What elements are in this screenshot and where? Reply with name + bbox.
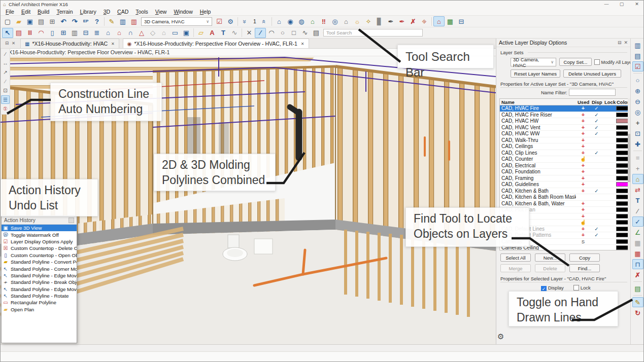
rotate-view-icon[interactable]: ↻ bbox=[632, 308, 643, 318]
color-swatch[interactable] bbox=[616, 189, 629, 193]
layer-row[interactable]: CAD, Electrical+ bbox=[500, 163, 629, 169]
action-history-window[interactable]: Action History ▣Save 3D ViewⓌToggle Wate… bbox=[1, 215, 77, 343]
layer-row[interactable]: CAD, Framing+ bbox=[500, 175, 629, 182]
arc-icon[interactable]: ◠ bbox=[266, 28, 277, 38]
display-check-icon[interactable]: ✓ bbox=[590, 150, 603, 156]
print-preview-icon[interactable]: ⊞ bbox=[47, 16, 58, 26]
close-button[interactable]: ✕ bbox=[629, 1, 644, 8]
action-history-item[interactable]: ▣Save 3D View bbox=[2, 225, 77, 231]
action-history-item[interactable]: ↖Standard Polyline - Corner Move bbox=[2, 265, 77, 272]
color-swatch[interactable] bbox=[616, 119, 629, 123]
layer-row[interactable]: CAD, HVAC HW+✓ bbox=[500, 118, 629, 125]
construction-autonumber-toggle-icon[interactable]: ✓ bbox=[632, 216, 643, 227]
zoom-in-icon[interactable]: ⊕ bbox=[632, 86, 643, 96]
dock-pane-icon[interactable]: ⊟ bbox=[4, 41, 10, 48]
copy-layer-button[interactable]: Copy bbox=[569, 254, 600, 262]
fill-window-icon[interactable]: + bbox=[632, 118, 643, 128]
house-materials-icon[interactable]: ⌂ bbox=[307, 16, 318, 26]
layer-display-options-icon[interactable]: ☑ bbox=[632, 61, 643, 71]
color-swatch[interactable] bbox=[616, 151, 629, 155]
light-icon[interactable]: ☼ bbox=[352, 16, 363, 26]
reference-display-icon[interactable]: ▥ bbox=[117, 16, 128, 26]
layer-row[interactable]: CAD, Counter☝ bbox=[500, 156, 629, 163]
layer-painter-icon[interactable]: ≡ bbox=[632, 153, 643, 163]
menu-tools[interactable]: Tools bbox=[132, 9, 152, 15]
action-history-item[interactable]: ☒Custom Countertop - Delete Object bbox=[2, 245, 77, 251]
layer-display-toggle-icon[interactable]: ⌂ bbox=[433, 16, 445, 26]
cad-line-icon[interactable]: ∕ bbox=[1, 50, 10, 58]
menu-file[interactable]: File bbox=[2, 9, 18, 15]
tab-close-icon[interactable]: ✕ bbox=[301, 42, 304, 46]
action-history-menu-button[interactable] bbox=[69, 218, 74, 223]
maximize-button[interactable]: ▢ bbox=[614, 1, 629, 8]
delete-unused-layers-button[interactable]: Delete Unused Layers bbox=[563, 69, 621, 78]
tab-inactive[interactable]: ▦*X16-House-Productivity: HVAC✕ bbox=[20, 39, 119, 48]
display-check-icon[interactable]: ✓ bbox=[590, 232, 603, 238]
soffit-icon[interactable]: ▭ bbox=[170, 28, 181, 38]
menu-help[interactable]: Help bbox=[196, 9, 215, 15]
crosshair-icon[interactable]: + bbox=[632, 163, 643, 173]
color-swatch[interactable] bbox=[616, 182, 629, 187]
action-history-item[interactable]: ↖Standard Polyline - Rotate bbox=[2, 293, 77, 299]
settings-gear-icon[interactable]: ⚙ bbox=[497, 332, 504, 341]
floor-number[interactable]: 1 bbox=[251, 18, 259, 24]
layer-row[interactable]: CAD, Kitchen & Bath, Water+ bbox=[500, 201, 629, 207]
new-file-icon[interactable]: ▢ bbox=[2, 16, 13, 26]
arch-door-icon[interactable]: ∩ bbox=[125, 28, 136, 38]
action-history-item[interactable]: ⓌToggle Watermark Off bbox=[2, 231, 77, 238]
apartment-icon[interactable]: ⌂ bbox=[103, 28, 114, 38]
close-pane-icon[interactable]: ✕ bbox=[10, 41, 17, 48]
roof-house-icon[interactable]: △ bbox=[136, 28, 147, 38]
action-history-item[interactable]: ▰Standard Polyline - Convert Polyline D bbox=[2, 259, 77, 265]
action-history-item[interactable]: ▭Rectangular Polyline bbox=[2, 299, 77, 306]
hand-drawn-lines-icon[interactable]: ✎ bbox=[632, 297, 643, 307]
color-swatch[interactable] bbox=[616, 233, 629, 237]
sketch-icon[interactable]: ∿ bbox=[229, 28, 240, 38]
ceiling-plane-icon[interactable]: ⌂ bbox=[158, 28, 170, 38]
color-swatch[interactable] bbox=[616, 239, 629, 244]
redo-icon[interactable]: ↷ bbox=[69, 16, 80, 26]
color-chooser-icon[interactable]: ⌂ bbox=[632, 174, 643, 184]
find-button[interactable]: Find... bbox=[569, 264, 600, 272]
layer-row[interactable]: CAD, Kitchen & Bath Room Mask bbox=[500, 194, 629, 201]
action-history-item[interactable]: ≁Standard Polyline - Break Object bbox=[2, 279, 77, 285]
line-tool-icon[interactable]: ∕ bbox=[255, 28, 266, 38]
print-icon[interactable]: ▤ bbox=[36, 16, 47, 26]
clipboard-icon[interactable]: ▤ bbox=[632, 283, 643, 294]
new-layer-button[interactable]: New... bbox=[535, 254, 565, 262]
color-swatch[interactable] bbox=[616, 131, 629, 136]
color-swatch[interactable] bbox=[616, 207, 629, 212]
rect-icon[interactable]: □ bbox=[288, 28, 299, 38]
menu-view[interactable]: View bbox=[152, 9, 171, 15]
undo-zoom-icon[interactable]: ◎ bbox=[632, 107, 643, 117]
edit-settings-icon[interactable]: ✎ bbox=[106, 16, 117, 26]
color-swatch[interactable] bbox=[616, 201, 629, 206]
eyedropper-icon[interactable]: ✒ bbox=[385, 16, 396, 26]
undo-icon[interactable]: ↶ bbox=[58, 16, 69, 26]
circle-icon[interactable]: ○ bbox=[277, 28, 288, 38]
color-swatch[interactable] bbox=[616, 245, 629, 250]
help-icon[interactable]: ? bbox=[91, 16, 103, 26]
mouse-orbit-icon[interactable]: ◍ bbox=[296, 16, 307, 26]
pan-icon[interactable]: ✚ bbox=[632, 139, 643, 149]
material-eyedropper-icon[interactable]: ✒ bbox=[396, 16, 408, 26]
tab-close-icon[interactable]: ✕ bbox=[111, 42, 115, 46]
line-pencil-icon[interactable]: ∕ bbox=[632, 206, 643, 216]
point-marker-icon[interactable]: ⊡ bbox=[1, 86, 10, 95]
grid-icon[interactable]: ▦ bbox=[632, 238, 643, 248]
menu-library[interactable]: Library bbox=[77, 9, 100, 15]
name-filter-input[interactable] bbox=[569, 89, 616, 96]
color-swatch[interactable] bbox=[616, 144, 629, 149]
display-check-icon[interactable]: ✓ bbox=[590, 112, 603, 118]
close-panel-icon[interactable]: ✕ bbox=[624, 40, 628, 45]
layer-row[interactable]: CAD, HVAC Fire+✓ bbox=[500, 105, 629, 112]
cabinet-icon[interactable]: ▥ bbox=[69, 28, 80, 38]
minimize-button[interactable]: — bbox=[599, 1, 614, 8]
zoom-out-icon[interactable]: ⊖ bbox=[632, 96, 643, 106]
save-icon[interactable]: ▣ bbox=[24, 16, 36, 26]
menu-build[interactable]: Build bbox=[34, 9, 53, 15]
reference-display-red-icon[interactable]: ▥ bbox=[128, 16, 140, 26]
spray-icon[interactable]: ▊ bbox=[374, 16, 385, 26]
camera-set-select[interactable]: 3D Camera, HVAC∨ bbox=[141, 17, 212, 26]
color-swatch[interactable] bbox=[616, 214, 629, 219]
